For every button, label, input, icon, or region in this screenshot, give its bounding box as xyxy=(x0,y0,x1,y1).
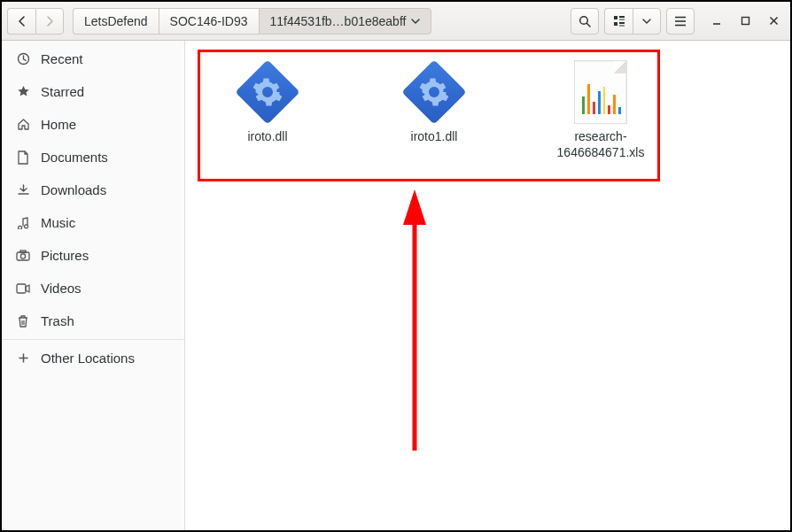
breadcrumb-label: SOC146-ID93 xyxy=(170,14,248,28)
body: Recent Starred Home Documents Downloads … xyxy=(2,41,790,530)
breadcrumb-seg-1[interactable]: SOC146-ID93 xyxy=(159,8,259,35)
sidebar-item-label: Documents xyxy=(41,150,108,165)
view-switcher xyxy=(604,8,661,35)
trash-icon xyxy=(16,314,30,328)
svg-rect-18 xyxy=(20,251,26,253)
hamburger-icon xyxy=(674,16,687,27)
maximize-button[interactable] xyxy=(737,8,753,35)
music-icon xyxy=(16,216,30,229)
svg-rect-2 xyxy=(614,16,617,19)
star-icon xyxy=(16,85,30,98)
sidebar-separator xyxy=(2,339,184,340)
breadcrumb-label: 11f44531fb…b01e8eabff xyxy=(270,14,407,28)
sidebar-item-label: Recent xyxy=(41,51,83,66)
svg-marker-23 xyxy=(403,189,426,225)
minimize-icon xyxy=(711,16,722,27)
plus-icon xyxy=(16,352,30,364)
file-manager-window: LetsDefend SOC146-ID93 11f44531fb…b01e8e… xyxy=(0,0,792,532)
file-grid: iroto.dll iroto1.dll xyxy=(210,60,658,160)
gear-icon xyxy=(252,76,283,108)
headerbar: LetsDefend SOC146-ID93 11f44531fb…b01e8e… xyxy=(2,2,790,41)
sidebar: Recent Starred Home Documents Downloads … xyxy=(2,41,185,530)
svg-line-1 xyxy=(586,23,590,27)
doc-icon xyxy=(16,150,30,165)
dll-file-icon xyxy=(236,60,299,124)
window-controls xyxy=(709,8,781,35)
grid-icon xyxy=(613,15,625,27)
chevron-right-icon xyxy=(44,16,55,27)
close-icon xyxy=(769,16,779,26)
file-item-iroto-dll[interactable]: iroto.dll xyxy=(210,60,325,160)
clock-icon xyxy=(16,52,30,66)
sidebar-item-label: Downloads xyxy=(41,182,106,197)
file-item-research-xls[interactable]: research-1646684671.xls xyxy=(543,60,658,160)
breadcrumb-label: LetsDefend xyxy=(84,14,148,28)
search-icon xyxy=(578,15,591,27)
chevron-left-icon xyxy=(17,16,27,27)
breadcrumb: LetsDefend SOC146-ID93 11f44531fb…b01e8e… xyxy=(73,8,431,35)
svg-rect-12 xyxy=(742,18,749,25)
hamburger-menu-button[interactable] xyxy=(666,8,695,35)
sidebar-item-label: Trash xyxy=(41,313,74,328)
svg-rect-3 xyxy=(614,22,617,26)
svg-rect-19 xyxy=(17,284,26,293)
file-label: research-1646684671.xls xyxy=(543,129,658,160)
sidebar-item-home[interactable]: Home xyxy=(2,108,184,141)
close-button[interactable] xyxy=(765,8,781,35)
breadcrumb-seg-0[interactable]: LetsDefend xyxy=(73,8,159,35)
chevron-down-icon xyxy=(642,17,651,26)
gear-icon xyxy=(418,76,450,108)
sidebar-item-pictures[interactable]: Pictures xyxy=(2,239,184,272)
minimize-button[interactable] xyxy=(709,8,725,35)
forward-button[interactable] xyxy=(35,8,64,35)
download-icon xyxy=(16,183,30,197)
nav-buttons xyxy=(7,8,64,35)
sidebar-item-downloads[interactable]: Downloads xyxy=(2,173,184,206)
folder-view[interactable]: iroto.dll iroto1.dll xyxy=(185,41,790,530)
file-label: iroto1.dll xyxy=(411,129,458,145)
back-button[interactable] xyxy=(7,8,35,35)
file-item-iroto1-dll[interactable]: iroto1.dll xyxy=(377,60,492,160)
sidebar-item-trash[interactable]: Trash xyxy=(2,305,184,337)
sidebar-item-label: Starred xyxy=(41,84,84,99)
sidebar-item-label: Other Locations xyxy=(41,351,135,366)
sidebar-item-label: Pictures xyxy=(41,248,89,263)
sidebar-item-videos[interactable]: Videos xyxy=(2,272,184,305)
video-icon xyxy=(16,283,30,294)
search-button[interactable] xyxy=(571,8,599,35)
dll-file-icon xyxy=(402,60,466,124)
maximize-icon xyxy=(741,16,750,26)
sidebar-item-label: Home xyxy=(41,117,76,132)
view-options-button[interactable] xyxy=(633,8,661,35)
svg-point-17 xyxy=(20,254,25,258)
sidebar-item-recent[interactable]: Recent xyxy=(2,42,184,75)
chevron-down-icon xyxy=(411,17,420,26)
xls-file-icon xyxy=(574,60,627,124)
sidebar-item-label: Music xyxy=(41,215,75,230)
file-label: iroto.dll xyxy=(247,129,287,145)
icon-view-button[interactable] xyxy=(604,8,633,35)
home-icon xyxy=(16,118,30,131)
sidebar-item-documents[interactable]: Documents xyxy=(2,141,184,173)
chart-thumbnail-icon xyxy=(582,81,621,114)
sidebar-item-starred[interactable]: Starred xyxy=(2,75,184,108)
camera-icon xyxy=(16,250,30,261)
sidebar-item-label: Videos xyxy=(41,281,82,296)
annotation-arrow-icon xyxy=(401,189,428,455)
sidebar-item-music[interactable]: Music xyxy=(2,206,184,239)
sidebar-item-other-locations[interactable]: Other Locations xyxy=(2,342,184,374)
breadcrumb-seg-2[interactable]: 11f44531fb…b01e8eabff xyxy=(259,8,432,35)
